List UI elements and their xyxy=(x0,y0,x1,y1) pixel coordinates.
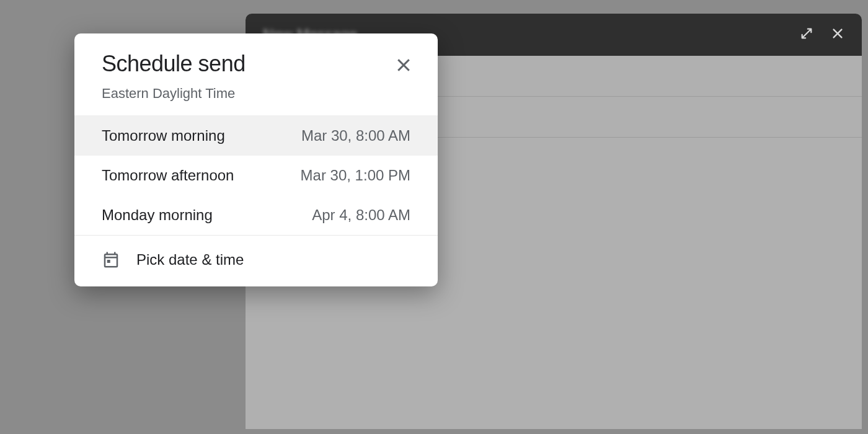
option-time: Mar 30, 1:00 PM xyxy=(301,167,410,184)
option-time: Mar 30, 8:00 AM xyxy=(301,127,410,144)
close-compose-icon[interactable] xyxy=(831,27,844,43)
dialog-title: Schedule send xyxy=(102,51,246,77)
schedule-send-dialog: Schedule send Eastern Daylight Time Tomo… xyxy=(74,33,438,286)
compose-header-actions xyxy=(782,27,844,43)
pick-date-time-button[interactable]: Pick date & time xyxy=(102,250,244,269)
dialog-subtitle: Eastern Daylight Time xyxy=(102,86,246,102)
schedule-options-list: Tomorrow morning Mar 30, 8:00 AM Tomorro… xyxy=(74,115,438,235)
pick-date-time-label: Pick date & time xyxy=(136,251,244,268)
close-dialog-button[interactable] xyxy=(391,52,417,80)
schedule-option-tomorrow-morning[interactable]: Tomorrow morning Mar 30, 8:00 AM xyxy=(74,116,438,156)
schedule-option-monday-morning[interactable]: Monday morning Apr 4, 8:00 AM xyxy=(74,195,438,235)
calendar-icon xyxy=(102,250,120,269)
svg-rect-0 xyxy=(107,260,110,263)
option-label: Tomorrow afternoon xyxy=(102,167,234,184)
dialog-header: Schedule send Eastern Daylight Time xyxy=(74,33,438,115)
dialog-footer: Pick date & time xyxy=(74,235,438,286)
option-time: Apr 4, 8:00 AM xyxy=(312,206,410,224)
schedule-option-tomorrow-afternoon[interactable]: Tomorrow afternoon Mar 30, 1:00 PM xyxy=(74,156,438,195)
expand-icon[interactable] xyxy=(800,27,813,43)
option-label: Tomorrow morning xyxy=(102,127,225,144)
option-label: Monday morning xyxy=(102,206,213,224)
close-icon xyxy=(394,56,413,74)
